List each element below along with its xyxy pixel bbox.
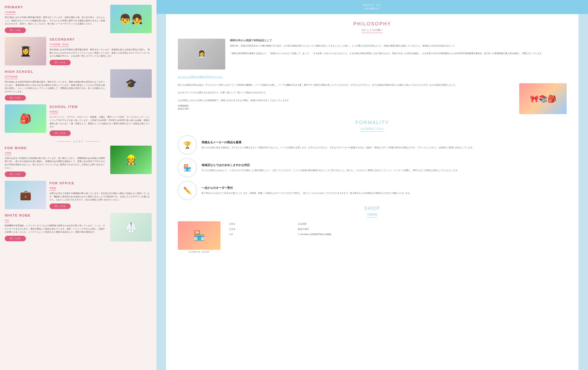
shop-info-label-2: 住所 (228, 232, 296, 237)
philosophy-products-image: 🎀📚🎒 (519, 83, 567, 114)
right-header: ABOUT US まる水屋とは？ (157, 0, 588, 14)
secondary-btn[interactable]: 詳しくみる (50, 60, 71, 65)
philosophy-section: PHILOSOPHY わたしたちの願い (178, 21, 567, 33)
secondary-subtitle: 中学校制服・道具品 (50, 43, 69, 47)
forwork-block: FOR WORK 作業着 企業やお店まで作業所する作業着の取り扱っています。清く… (0, 146, 157, 177)
formality-jp: まる水屋のこだわり (361, 127, 384, 132)
secondary-title: SECONDARY (50, 37, 152, 41)
highschool-desc: 両立地域にある高等学校向の通学服の販売・製作を行っています。新鮮な地域の様な特待… (5, 80, 107, 93)
shop-info-value-2: 〒744-0081 光市岩田字室2211番地 (296, 232, 567, 237)
schoolitem-subtitle: 学校用品 (50, 110, 58, 114)
whiterobe-desc: 医療機関や研究施設、レストランカフェなどの調理場で使用される白衣を取り扱っていま… (5, 224, 107, 234)
forwork-title: FOR WORK (5, 146, 107, 150)
rep-title: 代表取締役 長谷川 晴子 (178, 104, 514, 111)
formality-section: FORMALITY まる水屋のこだわり (178, 120, 567, 132)
philosophy-link[interactable]: はじめてご訪問をの素肌方日本からにもに (178, 75, 223, 78)
formality-item-1: 🏪 地域店ならではのきめこまやかな対応 子どもの成長にはおはいと、いすかたきり行… (178, 158, 567, 177)
primary-image: 👦👧 (110, 5, 152, 33)
formality-title-1: 地域店ならではのきめこまやかな対応 (201, 163, 460, 167)
whiterobe-text: WHITE ROBE 白衣 医療機関や研究施設、レストランカフェなどの調理場で使… (5, 213, 107, 241)
business-label: ビジネス (73, 140, 84, 143)
shop-section: SHOP 店舗情報 (178, 206, 567, 218)
secondary-text: SECONDARY 中学校制服・道具品 両立地域にある中学校向の通学服の販売・製… (50, 37, 152, 65)
highschool-subtitle: 高等学校制服 (5, 75, 18, 79)
about-us-jp: まる水屋とは？ (160, 7, 584, 10)
shop-jp: 店舗情報 (367, 213, 378, 218)
foroffice-subtitle: 事務服 (50, 187, 56, 190)
shop-info-label-1: 代表者 (228, 226, 296, 232)
desc4: はじめてランドセルを購入されるお方から、仕事一着として一度つって需給されるお方ま… (178, 91, 514, 94)
philosophy-desc2: 一般的な商売関係を整備する意志より、「地域がもたらせるよう支援して」あって、「ま… (230, 52, 567, 55)
philosophy-desc1: 昭和21年、笠浦は衣料品店を1つ2種の種類が立ち並び、まず多の地域お客さたになっ… (230, 44, 567, 47)
philosophy-content: 👩‍💼 昭和21年から笑顔で衣料品店として 昭和21年、笠浦は衣料品店を1つ2種… (178, 39, 567, 70)
shop-image-block: 🏪 CAMPUS SHOP (178, 221, 220, 253)
schoolitem-block: 🎒 SCHOOL ITEM 学校用品 カッターシャツ、ブラウス、ポロシャツ・体操… (0, 104, 157, 136)
left-panel: PRIMARY 小学校制服 両立地域にある小学校の通学服の販売・製作を行っていま… (0, 0, 157, 370)
forwork-desc: 企業やお店まで作業所する作業着の取り扱っています。清く整かしやすく、実際関係のあ… (5, 157, 107, 169)
shop-title: SHOP (178, 206, 567, 211)
primary-block: PRIMARY 小学校制服 両立地域にある小学校の通学服の販売・製作を行っていま… (0, 5, 157, 33)
schoolitem-text: SCHOOL ITEM 学校用品 カッターシャツ、ブラウス、ポロシャツ・体操着・… (50, 104, 152, 136)
whiterobe-image: 🥼 (110, 213, 152, 242)
highschool-btn[interactable]: 詳しくみる (5, 95, 26, 101)
whiterobe-btn[interactable]: 詳しくみる (5, 236, 26, 241)
whiterobe-block: WHITE ROBE 白衣 医療機関や研究施設、レストランカフェなどの調理場で使… (0, 213, 157, 242)
formality-desc-0: 私たちがお取り扱する商品は、子どもたちへ対象まずどいう家庭が持てるように、ハード… (201, 146, 475, 149)
shop-info-row-2: 住所 〒744-0081 光市岩田字室2211番地 (228, 232, 567, 237)
shop-content: 🏪 CAMPUS SHOP 店舗名 まる水屋 代表者 長谷川 晴子 住所 (178, 221, 567, 253)
forwork-btn[interactable]: 詳しくみる (5, 171, 26, 177)
formality-detail-2: 一点からのオーダー受付 取り寄せから1点までご注文をお受けしています。体操着・制… (201, 186, 412, 195)
philosophy-jp: わたしたちの願い (362, 28, 383, 33)
foroffice-block: 💼 FOR OFFICE 事務服 企業やお店まで企業する事務服の取り扱っています… (0, 181, 157, 209)
about-us-label: ABOUT US (160, 4, 584, 6)
primary-subtitle: 小学校制服 (5, 11, 15, 14)
formality-detail-1: 地域店ならではのきめこまやかな対応 子どもの成長にはおはいと、いすかたきり行き届… (201, 163, 460, 172)
philosophy-image: 👩‍💼 (178, 39, 225, 70)
formality-items: 🏆 実績あるメーカーの商品を厳選 私たちがお取り扱する商品は、子どもたちへ対象ま… (178, 136, 567, 200)
right-panel: ABOUT US まる水屋とは？ PHILOSOPHY わたしたちの願い 👩‍💼… (157, 0, 588, 370)
formality-title: FORMALITY (178, 120, 567, 125)
secondary-image: 👩‍🎓 (5, 37, 46, 65)
foroffice-text: FOR OFFICE 事務服 企業やお店まで企業する事務服の取り扱っています。先… (50, 181, 152, 209)
shop-image: 🏪 (178, 221, 220, 250)
schoolitem-title: SCHOOL ITEM (50, 105, 152, 109)
shop-info-label-0: 店舗名 (228, 221, 296, 226)
philosophy-bottom-text: 私たちお客様が求める品は、子どもたちへの制うまずどういう快快快な機能性、ハードな… (178, 83, 514, 111)
forwork-subtitle: 作業着 (5, 152, 11, 155)
shop-info-value-1: 長谷川 晴子 (296, 226, 567, 232)
desc3: 私たちお客様が求める品は、子どもたちへの制うまずどういう快快快な機能性、ハードな… (178, 83, 514, 86)
philosophy-subtitle: 昭和21年から笑顔で衣料品店として (230, 39, 567, 42)
secondary-block: 👩‍🎓 SECONDARY 中学校制服・道具品 両立地域にある中学校向の通学服の… (0, 37, 157, 65)
schoolitem-btn[interactable]: 詳しくみる (50, 130, 71, 136)
primary-title: PRIMARY (5, 5, 107, 9)
formality-desc-2: 取り寄せから1点までご注文をお受けしています。体操着・制服・小道具などのメーカー… (201, 191, 412, 195)
formality-title-0: 実績あるメーカーの商品を厳選 (201, 140, 475, 144)
shop-info-row-1: 代表者 長谷川 晴子 (228, 226, 567, 232)
formality-item-2: ✏️ 一点からのオーダー受付 取り寄せから1点までご注文をお受けしています。体操… (178, 181, 567, 200)
highschool-image: 🎓 (110, 69, 152, 98)
foroffice-title: FOR OFFICE (50, 181, 152, 185)
shop-info-row-0: 店舗名 まる水屋 (228, 221, 567, 226)
desc5: まる水屋はこれからも変わらの原宿精神で、地域にお付かをできます重ね、地域の大切を… (178, 99, 514, 102)
formality-icon-2: ✏️ (178, 181, 197, 200)
formality-icon-1: 🏪 (178, 158, 197, 177)
forwork-text: FOR WORK 作業着 企業やお店まで作業所する作業着の取り扱っています。清く… (5, 146, 107, 177)
foroffice-desc: 企業やお店まで企業する事務服の取り扱っています。先仕自の方の側から優れた品揃えを… (50, 192, 152, 201)
shop-info: 店舗名 まる水屋 代表者 長谷川 晴子 住所 〒744-0081 光市岩田字室2… (228, 221, 567, 237)
formality-title-2: 一点からのオーダー受付 (201, 186, 412, 190)
whiterobe-subtitle: 白衣 (5, 219, 9, 223)
highschool-block: HIGH SCHOOL 高等学校制服 両立地域にある高等学校向の通学服の販売・製… (0, 69, 157, 101)
primary-btn[interactable]: 詳しくみる (5, 28, 26, 33)
foroffice-image: 💼 (5, 181, 46, 209)
highschool-text: HIGH SCHOOL 高等学校制服 両立地域にある高等学校向の通学服の販売・製… (5, 69, 107, 101)
formality-item-0: 🏆 実績あるメーカーの商品を厳選 私たちがお取り扱する商品は、子どもたちへ対象ま… (178, 136, 567, 154)
primary-desc: 両立地域にある小学校の通学服の販売・製作を行っています。品質や優れた地、見た目の… (5, 16, 107, 26)
primary-text: PRIMARY 小学校制服 両立地域にある小学校の通学服の販売・製作を行っていま… (5, 5, 107, 33)
campus-shop-label: CAMPUS SHOP (189, 251, 210, 253)
formality-detail-0: 実績あるメーカーの商品を厳選 私たちがお取り扱する商品は、子どもたちへ対象まずど… (201, 140, 475, 149)
secondary-desc: 両立地域にある中学校向の通学服の販売・製作を行っています。思春期を迎える生徒の変… (50, 48, 152, 58)
shop-info-value-0: まる水屋 (296, 221, 567, 226)
formality-desc-1: 子どもの成長にはおはいと、いすかたきり行き届かった量を業者したい、と思っていただ… (201, 169, 460, 172)
foroffice-btn[interactable]: 詳しくみる (50, 203, 71, 209)
right-content: PHILOSOPHY わたしたちの願い 👩‍💼 昭和21年から笑顔で衣料品店とし… (166, 14, 578, 370)
